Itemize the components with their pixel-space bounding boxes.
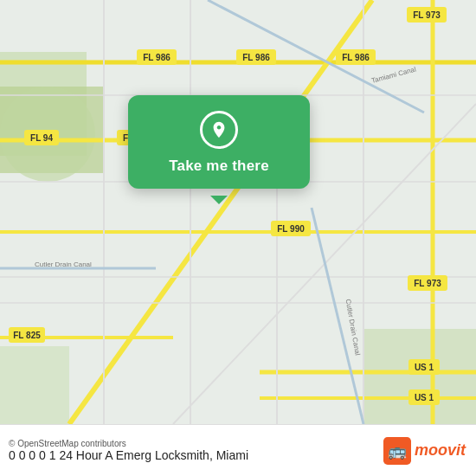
map-background: FL 973 FL 986 FL 986 FL 986 FL 94 FL 94 … (0, 0, 476, 424)
callout-label: Take me there (169, 158, 269, 175)
attribution-text: © OpenStreetMap contributors (9, 439, 248, 448)
svg-text:Cutler Drain Canal: Cutler Drain Canal (35, 261, 92, 268)
moovit-brand-text: moovit (415, 441, 466, 460)
bottom-left-info: © OpenStreetMap contributors 0 0 0 0 1 2… (9, 439, 248, 462)
svg-rect-5 (0, 346, 69, 424)
svg-text:🚌: 🚌 (388, 441, 407, 460)
moovit-bus-icon: 🚌 (383, 437, 411, 465)
moovit-logo: 🚌 moovit (383, 437, 466, 465)
location-pin-icon (200, 111, 238, 149)
svg-text:US 1: US 1 (415, 363, 434, 372)
location-text: 0 0 0 0 1 24 Hour A Emerg Locksmith, Mia… (9, 448, 248, 462)
svg-text:FL 973: FL 973 (413, 10, 441, 20)
svg-text:FL 973: FL 973 (414, 279, 441, 288)
svg-text:FL 94: FL 94 (30, 133, 53, 143)
callout-bubble[interactable]: Take me there (128, 95, 310, 189)
svg-text:US 1: US 1 (415, 393, 434, 402)
bottom-bar: © OpenStreetMap contributors 0 0 0 0 1 2… (0, 424, 476, 476)
map-container: FL 973 FL 986 FL 986 FL 986 FL 94 FL 94 … (0, 0, 476, 424)
svg-rect-4 (363, 329, 476, 424)
svg-text:FL 986: FL 986 (342, 53, 370, 62)
svg-text:FL 986: FL 986 (242, 53, 270, 62)
svg-text:FL 986: FL 986 (143, 53, 170, 62)
svg-text:FL 990: FL 990 (277, 224, 305, 234)
svg-text:FL 825: FL 825 (13, 331, 41, 340)
